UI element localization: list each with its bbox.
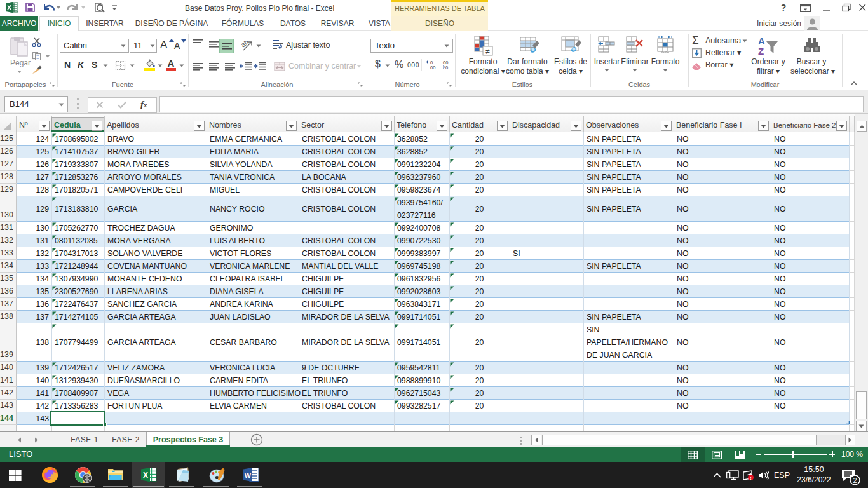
svg-text:!: !	[750, 475, 752, 481]
svg-text:ab: ab	[241, 38, 250, 49]
svg-text:W: W	[245, 471, 252, 479]
svg-text:Z: Z	[758, 46, 764, 56]
svg-text:A: A	[758, 36, 765, 46]
svg-text:00: 00	[430, 65, 435, 70]
svg-text:≠: ≠	[485, 47, 490, 56]
svg-text:2: 2	[853, 477, 857, 484]
svg-text:X: X	[143, 471, 148, 480]
